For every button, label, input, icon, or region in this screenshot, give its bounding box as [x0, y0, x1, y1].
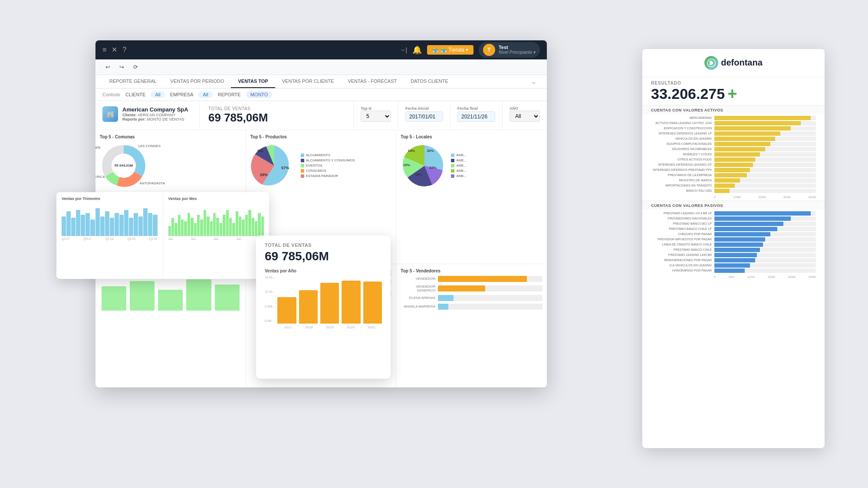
productos-legend: ALOJAMIENTO ALOJAMIENTO Y CONSUMOS EVENT… — [301, 153, 355, 178]
prod-annot-29: 29% — [260, 173, 268, 177]
loc-annot-15: 15% — [403, 163, 410, 167]
loc-annot-18: 18% — [415, 173, 422, 177]
activos-bars: MERCADERIAS ACTIVOS PARA LEASING LEYTEC … — [642, 114, 825, 196]
activos-x-axis: 0100M200M300M400M — [642, 196, 825, 200]
filter-bar: Controls CLIENTE All EMPRESA All REPORTE… — [95, 88, 547, 101]
store-icon: 🏪 — [432, 47, 439, 53]
top5-vendedores-chart: Top 5 - Vendedores VENDEDOR VENDEDOR GEN… — [396, 264, 547, 386]
comunas-title: Top 5 - Comunas — [100, 134, 241, 139]
result-value: 33.206.275 — [651, 85, 725, 102]
comunas-annot-las-condes: LAS CONDES — [138, 144, 161, 148]
defontana-window: defontana RESULTADO 33.206.275 + CUENTAS… — [642, 49, 825, 448]
fecha-inicial-label: Fecha inicial — [405, 106, 443, 111]
tab-ventas-periodo[interactable]: VENTAS POR PERIODO — [164, 75, 231, 88]
trimestre-axis: Q1'17Q3'17Q1'18Q3'18Q1'19 — [62, 237, 158, 240]
user-level: Nivel Principiante ▾ — [499, 50, 536, 55]
sales-y-axis: 15 00... 10 00... 5 000... 0,0M — [265, 276, 275, 324]
reporte-filter-chip[interactable]: MONTO — [246, 91, 273, 98]
close-icon[interactable]: ✕ — [112, 46, 117, 54]
cliente-filter-chip[interactable]: All — [151, 91, 164, 98]
trimestre-title: Ventas por Trimestre — [62, 197, 158, 201]
loc-annot-14: 14% — [408, 149, 415, 153]
total-ventas-block: TOTAL DE VENTAS 69 785,06M — [200, 101, 354, 130]
result-section: RESULTADO 33.206.275 + — [642, 77, 825, 102]
ano-select[interactable]: All — [510, 111, 540, 122]
company-logo: 🏢 — [102, 106, 118, 122]
topn-block: Top N 510 — [354, 101, 398, 130]
ventas-mes-panel: Ventas por Mes — [163, 192, 270, 279]
top5-locales-chart: Top 5 - Locales — [396, 130, 547, 264]
comunas-center: 55 043,01M — [115, 164, 133, 168]
pasivos-x-axis: 050M100M150M200M250M — [642, 275, 825, 280]
tab-ventas-cliente[interactable]: VENTAS POR CLIENTE — [275, 75, 341, 88]
empresa-filter-chip[interactable]: All — [198, 91, 212, 98]
controls-label: Controls — [102, 92, 120, 97]
help-icon[interactable]: ? — [122, 46, 126, 54]
defontana-header: defontana — [642, 49, 825, 77]
topn-label: Top N — [361, 106, 391, 111]
reporte-label: REPORTE — [218, 92, 241, 97]
loc-annot-32: 32% — [427, 149, 434, 153]
dashboard-header: 🏢 American Company SpA Cliente: AERICAN … — [95, 101, 547, 130]
vend-label-4: ANGELA BARRERA — [401, 305, 435, 308]
pasivos-section: CUENTAS CON VALORES PASIVOS PRESTAMO LEA… — [642, 200, 825, 280]
svg-point-1 — [274, 165, 275, 166]
user-avatar: T — [483, 44, 495, 56]
result-sign: + — [727, 85, 737, 102]
vendedores-title: Top 5 - Vendedores — [401, 269, 542, 273]
top5-meses-chart: Top 5 - Meses — [95, 264, 246, 386]
productos-title: Top 5 - Productos — [250, 134, 392, 139]
company-cliente: Cliente: AERICAN COMPANY — [122, 113, 188, 117]
store-label: 🏪 Tienda ▾ — [441, 47, 468, 53]
mes-axis: JanJunJanJunJan — [168, 237, 264, 240]
meses-bars — [100, 276, 241, 311]
fecha-final-label: Fecha final — [457, 106, 495, 111]
sales-card-label: TOTAL DE VENTAS — [265, 242, 382, 248]
comunas-annot-generica: GENERICA — [95, 175, 105, 179]
tienda-button[interactable]: 🏪 🏪 Tienda ▾ — [427, 45, 473, 55]
topbar-right: →| 🔔 🏪 🏪 Tienda ▾ T Test Nivel Principia… — [400, 42, 540, 58]
empresa-label: EMPRESA — [170, 92, 194, 97]
sales-bars — [277, 276, 382, 324]
user-info: Test Nivel Principiante ▾ — [499, 45, 536, 55]
small-chart-window: Ventas por Trimestre — [56, 192, 269, 279]
tab-reporte-general[interactable]: REPORTE GENERAL — [102, 75, 164, 88]
sales-x-axis: 20172018201920202021 — [265, 325, 382, 329]
hamburger-icon[interactable]: ≡ — [102, 46, 106, 54]
company-block: 🏢 American Company SpA Cliente: AERICAN … — [95, 101, 200, 130]
trimestre-bars — [62, 203, 158, 236]
tab-ventas-top[interactable]: VENTAS TOP — [231, 75, 275, 88]
ano-block: AÑO All — [503, 101, 547, 130]
prod-annot-8: 8% — [257, 149, 263, 153]
mes-bars — [168, 203, 264, 236]
toolbar: ↩ ↪ ⟳ — [95, 59, 547, 75]
vendedores-hbars: VENDEDOR VENDEDOR GENERICO ELENA ARENAS — [401, 276, 542, 310]
topn-select[interactable]: 510 — [361, 111, 391, 122]
comunas-annot-antofagasta: ANTOFAGASTA — [140, 181, 165, 185]
pasivos-bars: PRESTAMO LEASING 14+4 BR LP PROVEEDORES … — [642, 210, 825, 275]
company-reporte: Reporte por: MONTO DE VENTAS — [122, 117, 188, 121]
fecha-final-block: Fecha final 2021/11/26 — [450, 101, 503, 130]
loc-annot-22: 22% — [429, 166, 436, 170]
tab-ventas-forecast[interactable]: VENTAS - FORECAST — [341, 75, 404, 88]
ventas-trimestre-panel: Ventas por Trimestre — [56, 192, 163, 279]
fecha-inicial-block: Fecha inicial 2017/01/01 — [398, 101, 450, 130]
bell-icon[interactable]: 🔔 — [412, 45, 422, 55]
total-label: TOTAL DE VENTAS — [208, 106, 345, 111]
locales-legend: AME... AME... AME... AME... AME... — [451, 153, 467, 178]
locales-title: Top 5 - Locales — [401, 134, 542, 139]
fecha-final-value[interactable]: 2021/11/26 — [457, 111, 495, 122]
refresh-button[interactable]: ⟳ — [130, 62, 141, 72]
tab-datos-cliente[interactable]: DATOS CLIENTE — [404, 75, 455, 88]
defontana-name: defontana — [721, 58, 763, 68]
collapse-icon[interactable]: ⌄ — [531, 75, 540, 88]
pasivos-section-title: CUENTAS CON VALORES PASIVOS — [642, 201, 825, 210]
mes-title: Ventas por Mes — [168, 197, 264, 201]
user-pill[interactable]: T Test Nivel Principiante ▾ — [479, 42, 540, 58]
fecha-inicial-value[interactable]: 2017/01/01 — [405, 111, 443, 122]
vend-label-3: ELENA ARENAS — [401, 296, 435, 300]
sales-card-value: 69 785,06M — [265, 249, 382, 263]
undo-button[interactable]: ↩ — [102, 62, 113, 72]
redo-button[interactable]: ↪ — [116, 62, 127, 72]
vend-label-2: VENDEDOR GENERICO — [401, 285, 435, 292]
